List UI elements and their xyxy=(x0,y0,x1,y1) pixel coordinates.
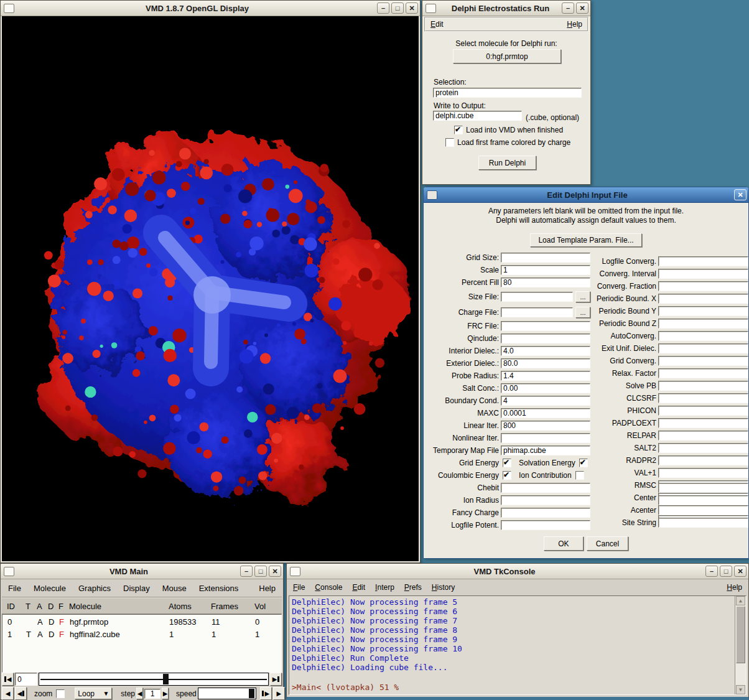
exit-unif-dielec-field[interactable] xyxy=(658,343,748,353)
speed-slider-handle[interactable] xyxy=(249,689,254,698)
frc-file-field[interactable] xyxy=(501,321,590,331)
step-forward-button[interactable]: ▶ xyxy=(260,687,272,700)
size-file-browse-button[interactable]: ... xyxy=(575,291,590,302)
menu-help[interactable]: Help xyxy=(562,18,587,30)
step-decrement-button[interactable]: ◀ xyxy=(136,688,143,699)
periodic-bound-y-field[interactable] xyxy=(658,306,748,316)
relax-factor-field[interactable] xyxy=(658,368,748,378)
minimize-icon[interactable]: – xyxy=(240,566,253,577)
grid-energy-checkbox[interactable] xyxy=(503,459,511,467)
table-row[interactable]: 1TADFhgffinal2.cube111 xyxy=(2,628,281,640)
salt2-field[interactable] xyxy=(658,443,748,453)
charge-file-browse-button[interactable]: ... xyxy=(575,307,590,318)
close-icon[interactable]: ✕ xyxy=(576,2,588,14)
maximize-icon[interactable]: □ xyxy=(720,566,732,577)
step-increment-button[interactable]: ▶ xyxy=(162,688,169,699)
temporary-map-file-field[interactable] xyxy=(501,446,590,455)
selection-input[interactable] xyxy=(433,88,582,98)
ok-button[interactable]: OK xyxy=(544,536,584,551)
jump-to-start-button[interactable]: ◀ xyxy=(2,673,14,686)
opengl-canvas[interactable] xyxy=(2,16,419,561)
phicon-field[interactable] xyxy=(658,406,748,416)
probe-radius-field[interactable] xyxy=(501,371,590,381)
window-menu-icon[interactable] xyxy=(4,4,14,13)
coulombic-energy-checkbox[interactable] xyxy=(503,471,511,480)
grid-converg-field[interactable] xyxy=(658,356,748,366)
qinclude-field[interactable] xyxy=(501,334,590,343)
menu-molecule[interactable]: Molecule xyxy=(27,581,72,596)
menu-graphics[interactable]: Graphics xyxy=(72,581,117,596)
linear-iter-field[interactable] xyxy=(501,421,590,431)
logfile-potent-field[interactable] xyxy=(501,520,590,530)
periodic-bound-x-field[interactable] xyxy=(658,294,748,304)
padploext-field[interactable] xyxy=(658,418,748,428)
ion-contribution-checkbox[interactable] xyxy=(575,471,584,480)
maxc-field[interactable] xyxy=(501,408,590,418)
frame-slider-handle[interactable] xyxy=(163,674,169,684)
molecule-list[interactable]: 0ADFhgf.prmtop1985331101TADFhgffinal2.cu… xyxy=(2,614,282,673)
window-menu-icon[interactable] xyxy=(290,567,300,576)
solvation-energy-checkbox[interactable] xyxy=(579,459,588,467)
acenter-y-field[interactable] xyxy=(658,505,748,515)
close-icon[interactable]: ✕ xyxy=(734,189,747,200)
relpar-field[interactable] xyxy=(658,431,748,441)
cancel-button[interactable]: Cancel xyxy=(587,536,628,551)
menu-interp[interactable]: Interp xyxy=(370,581,399,594)
charge-file-field[interactable] xyxy=(501,307,573,317)
menu-history[interactable]: History xyxy=(427,581,460,594)
converg-interval-field[interactable] xyxy=(658,269,748,279)
grid-size-field[interactable] xyxy=(501,253,590,263)
size-file-field[interactable] xyxy=(501,292,573,302)
menu-edit[interactable]: Edit xyxy=(426,18,449,30)
chebit-field[interactable] xyxy=(501,483,590,493)
titlebar-vmd-main[interactable]: VMD Main – □ ✕ xyxy=(1,564,283,579)
exterior-dielec-field[interactable] xyxy=(501,358,590,368)
close-icon[interactable]: ✕ xyxy=(734,566,747,577)
frame-number-input[interactable] xyxy=(15,673,37,686)
site-string-field[interactable] xyxy=(658,518,748,528)
center-x-field[interactable] xyxy=(658,483,748,493)
titlebar-tkconsole[interactable]: VMD TkConsole – □ ✕ xyxy=(287,564,748,579)
percent-fill-field[interactable] xyxy=(501,278,590,287)
menu-help[interactable]: Help xyxy=(722,581,747,594)
menu-display[interactable]: Display xyxy=(117,581,156,596)
acenter-x-field[interactable] xyxy=(658,495,748,505)
nonlinear-iter-field[interactable] xyxy=(501,433,590,443)
window-menu-icon[interactable] xyxy=(4,567,14,576)
menu-edit[interactable]: Edit xyxy=(347,581,370,594)
loop-mode-dropdown[interactable]: Loop ▼ xyxy=(75,688,112,699)
minimize-icon[interactable]: – xyxy=(705,566,718,577)
menu-prefs[interactable]: Prefs xyxy=(399,581,427,594)
table-row[interactable]: 0ADFhgf.prmtop198533110 xyxy=(2,616,281,627)
console-scrollbar[interactable]: ▲ ▼ xyxy=(735,596,746,694)
checkbox-icon[interactable] xyxy=(454,126,463,134)
console-output[interactable]: DelphiElec) Now processing frame 5Delphi… xyxy=(289,595,747,695)
scale-field[interactable] xyxy=(501,265,590,275)
close-icon[interactable]: ✕ xyxy=(269,566,281,577)
titlebar-opengl[interactable]: VMD 1.8.7 OpenGL Display – □ ✕ xyxy=(1,1,420,16)
menu-help[interactable]: Help xyxy=(253,581,282,596)
maximize-icon[interactable]: □ xyxy=(254,566,267,577)
radpr2-field[interactable] xyxy=(658,455,748,465)
load-vmd-checkbox[interactable]: Load into VMD when finished xyxy=(454,126,563,134)
window-menu-icon[interactable] xyxy=(426,4,436,13)
step-back-button[interactable]: ◀ xyxy=(15,687,27,700)
scroll-up-icon[interactable]: ▲ xyxy=(736,596,745,605)
jump-to-end-button[interactable]: ▶ xyxy=(270,673,282,686)
titlebar-edit-delphi[interactable]: Edit Delphi Input File ✕ xyxy=(424,187,748,203)
minimize-icon[interactable]: – xyxy=(377,2,389,14)
menu-console[interactable]: Console xyxy=(310,581,347,594)
load-frame-checkbox[interactable]: Load first frame colored by charge xyxy=(445,138,570,147)
salt-conc-field[interactable] xyxy=(501,383,590,393)
play-forward-button[interactable]: ▶ xyxy=(273,687,285,700)
titlebar-delphi-run[interactable]: Delphi Electrostatics Run – ✕ xyxy=(422,1,590,16)
periodic-bound-z-field[interactable] xyxy=(658,319,748,329)
converg-fraction-field[interactable] xyxy=(658,281,748,291)
speed-slider[interactable] xyxy=(198,688,256,699)
scroll-down-icon[interactable]: ▼ xyxy=(736,685,745,694)
solve-pb-field[interactable] xyxy=(658,381,748,391)
menu-mouse[interactable]: Mouse xyxy=(156,581,193,596)
menu-file[interactable]: File xyxy=(288,581,310,594)
interior-dielec-field[interactable] xyxy=(501,346,590,356)
frame-slider[interactable] xyxy=(39,673,269,686)
